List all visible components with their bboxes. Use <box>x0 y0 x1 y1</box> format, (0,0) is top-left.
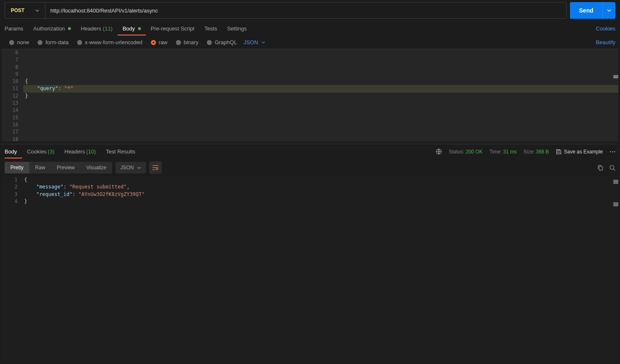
tab-headers[interactable]: Headers (11) <box>76 22 118 35</box>
view-visualize[interactable]: Visualize <box>80 162 112 173</box>
line-number: 14 <box>2 107 18 114</box>
code-brace: { <box>25 78 28 84</box>
more-options-button[interactable] <box>610 151 615 153</box>
save-icon <box>556 149 562 155</box>
tab-settings[interactable]: Settings <box>222 22 252 35</box>
code-brace: } <box>25 93 28 99</box>
send-button-group: Send <box>570 2 615 19</box>
view-pretty[interactable]: Pretty <box>5 162 29 173</box>
code-indent <box>25 85 37 91</box>
body-type-formdata[interactable]: form-data <box>38 39 69 45</box>
time-label: Time: <box>489 149 502 155</box>
line-number: 7 <box>2 56 18 63</box>
tab-authorization[interactable]: Authorization <box>28 22 76 35</box>
wrap-icon <box>152 165 159 171</box>
line-gutter: 1 2 3 4 <box>2 176 23 362</box>
svg-point-1 <box>610 151 611 152</box>
body-type-raw[interactable]: raw <box>151 39 168 45</box>
code-string: "Request submitted" <box>69 184 126 190</box>
response-tabs: Body Cookies (3) Headers (10) Test Resul… <box>0 144 620 159</box>
radio-icon <box>38 40 43 45</box>
line-number: 16 <box>2 121 18 128</box>
resp-tab-headers-label: Headers <box>65 148 85 155</box>
body-type-xwww[interactable]: x-www-form-urlencoded <box>77 39 143 45</box>
line-number: 4 <box>2 198 18 205</box>
line-number: 2 <box>2 183 18 191</box>
response-body-editor[interactable]: 1 2 3 4 { "message": "Request submitted"… <box>2 176 618 362</box>
http-method-select[interactable]: POST <box>5 3 45 18</box>
tab-headers-label: Headers <box>81 25 101 32</box>
code-punct: : <box>58 85 64 91</box>
network-icon[interactable] <box>436 148 442 155</box>
code-area[interactable]: { "message": "Request submitted", "reque… <box>23 176 618 362</box>
chevron-down-icon <box>261 41 265 43</box>
chevron-down-icon <box>137 167 141 169</box>
body-type-formdata-label: form-data <box>45 39 69 45</box>
body-type-graphql[interactable]: GraphQL <box>207 39 237 45</box>
code-string: "AYnUw3O2fK8zVgZY39QT" <box>78 191 145 197</box>
body-format-select[interactable]: JSON <box>243 39 265 45</box>
code-indent <box>24 191 36 197</box>
radio-icon <box>77 40 82 45</box>
tab-authorization-label: Authorization <box>33 25 65 32</box>
search-response-button[interactable] <box>609 165 615 171</box>
resp-tab-cookies[interactable]: Cookies (3) <box>22 145 60 158</box>
resp-tab-headers-count: (10) <box>86 148 96 155</box>
body-type-graphql-label: GraphQL <box>215 39 237 45</box>
method-url-container: POST <box>5 2 567 19</box>
line-number: 10 <box>2 78 18 85</box>
body-type-none-label: none <box>17 39 29 45</box>
size-label: Size: <box>523 149 535 155</box>
response-format-select[interactable]: JSON <box>115 162 146 173</box>
line-number: 1 <box>2 176 18 183</box>
view-raw[interactable]: Raw <box>29 162 51 173</box>
body-type-binary-label: binary <box>184 39 198 45</box>
code-indent <box>24 184 36 190</box>
resp-tab-headers[interactable]: Headers (10) <box>60 145 101 158</box>
copy-icon <box>597 165 603 171</box>
line-number: 8 <box>2 64 18 71</box>
status-value: 200 OK <box>466 149 483 155</box>
code-punct: : <box>63 184 69 190</box>
radio-selected-icon <box>151 40 156 45</box>
send-options-button[interactable] <box>602 2 615 19</box>
response-toolbar: Pretty Raw Preview Visualize JSON <box>0 159 620 176</box>
chevron-down-icon <box>607 9 611 12</box>
view-preview[interactable]: Preview <box>51 162 80 173</box>
radio-icon <box>176 40 181 45</box>
line-number: 13 <box>2 100 18 107</box>
svg-point-5 <box>610 165 614 169</box>
resp-tab-body[interactable]: Body <box>5 145 22 158</box>
resp-tab-testresults[interactable]: Test Results <box>101 145 141 158</box>
search-icon <box>609 165 615 171</box>
code-key: "message" <box>36 184 63 190</box>
request-body-editor[interactable]: 6 7 8 9 10 11 12 13 14 15 16 17 18 { "qu… <box>2 49 618 141</box>
size-value: 388 B <box>536 149 549 155</box>
resp-tab-cookies-label: Cookies <box>27 148 47 155</box>
url-input[interactable] <box>45 3 566 18</box>
body-type-xwww-label: x-www-form-urlencoded <box>85 39 143 45</box>
request-bar: POST Send <box>0 0 620 21</box>
beautify-button[interactable]: Beautify <box>596 39 615 45</box>
send-button[interactable]: Send <box>570 2 602 19</box>
copy-button[interactable] <box>597 165 603 171</box>
tab-tests[interactable]: Tests <box>199 22 222 35</box>
tab-params[interactable]: Params <box>5 22 28 35</box>
tab-prerequest[interactable]: Pre-request Script <box>146 22 200 35</box>
line-number: 15 <box>2 114 18 121</box>
cookies-link[interactable]: Cookies <box>596 25 615 32</box>
body-type-none[interactable]: none <box>9 39 29 45</box>
line-number: 17 <box>2 128 18 136</box>
tab-body[interactable]: Body <box>118 22 146 35</box>
line-gutter: 6 7 8 9 10 11 12 13 14 15 16 17 18 <box>2 49 23 141</box>
body-type-binary[interactable]: binary <box>176 39 198 45</box>
resp-tab-cookies-count: (3) <box>48 148 55 155</box>
tab-headers-count: (11) <box>103 25 113 32</box>
body-format-label: JSON <box>243 39 258 45</box>
line-number: 12 <box>2 93 18 100</box>
code-area[interactable]: { "query": "*" } <box>23 49 618 141</box>
http-method-label: POST <box>11 8 25 13</box>
save-example-button[interactable]: Save as Example <box>556 149 603 155</box>
wrap-lines-button[interactable] <box>149 161 162 174</box>
tab-body-label: Body <box>123 25 135 32</box>
